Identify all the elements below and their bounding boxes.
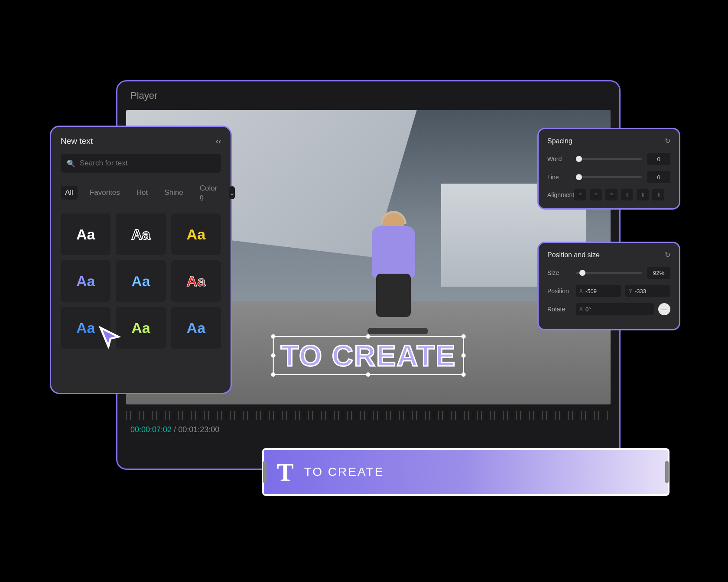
reset-icon[interactable]: ↻ (665, 251, 670, 259)
style-grid: Aa Aa Aa Aa Aa Aa Aa Aa Aa (61, 213, 221, 349)
tab-shine[interactable]: Shine (160, 186, 187, 200)
cursor-icon (98, 325, 121, 349)
position-x-input[interactable]: X-509 (576, 285, 621, 297)
tab-favorites[interactable]: Favorites (85, 186, 124, 200)
align-left-icon[interactable]: ≡ (574, 189, 586, 200)
word-value[interactable]: 0 (647, 153, 670, 165)
align-top-icon[interactable]: ⫴ (621, 189, 633, 200)
resize-handle-mr[interactable] (461, 353, 465, 358)
resize-handle-br[interactable] (461, 372, 465, 377)
tab-hot[interactable]: Hot (132, 186, 152, 200)
position-y-input[interactable]: Y-333 (625, 285, 670, 297)
style-6[interactable]: Aa (171, 260, 221, 302)
word-slider[interactable] (576, 158, 642, 160)
resize-handle-tc[interactable] (366, 334, 370, 339)
style-2[interactable]: Aa (116, 213, 166, 255)
style-3[interactable]: Aa (171, 213, 221, 255)
size-slider[interactable] (576, 272, 642, 274)
text-icon: T (277, 458, 294, 487)
line-label: Line (547, 174, 571, 181)
timeline-text-clip[interactable]: T TO CREATE (262, 448, 670, 496)
timeline-time: 00:00:07:02 / 00:01:23:00 (117, 422, 619, 438)
search-icon: 🔍 (67, 159, 75, 168)
style-5[interactable]: Aa (116, 260, 166, 302)
tabs-more-icon[interactable]: ⌄ (229, 186, 235, 199)
line-value[interactable]: 0 (647, 171, 670, 183)
line-slider[interactable] (576, 176, 642, 178)
rotate-label: Rotate (547, 306, 571, 313)
clip-handle-right[interactable] (665, 461, 669, 483)
align-bottom-icon[interactable]: ⫴ (652, 189, 664, 200)
text-styles-panel: New text ‹‹ 🔍 All Favorites Hot Shine Co… (50, 126, 232, 394)
timeline-ruler[interactable] (126, 411, 611, 420)
clip-handle-left[interactable] (263, 461, 266, 483)
time-current: 00:00:07:02 (130, 425, 172, 434)
size-label: Size (547, 269, 571, 276)
position-title: Position and size (547, 251, 600, 259)
style-1[interactable]: Aa (61, 213, 110, 255)
resize-handle-bl[interactable] (271, 372, 276, 377)
search-box[interactable]: 🔍 (61, 154, 221, 173)
style-9[interactable]: Aa (171, 307, 221, 349)
spacing-panel: Spacing ↻ Word 0 Line 0 Alignment ≡ ≡ ≡ … (537, 128, 680, 210)
spacing-title: Spacing (547, 137, 572, 145)
player-title: Player (117, 81, 619, 110)
text-overlay-selection[interactable]: TO CREATE (270, 333, 468, 378)
style-4[interactable]: Aa (61, 260, 110, 302)
tab-color[interactable]: Color g (195, 181, 222, 204)
rotate-button[interactable]: — (658, 303, 670, 315)
align-label: Alignment (547, 191, 571, 198)
position-label: Position (547, 288, 571, 294)
position-panel: Position and size ↻ Size 92% Position X-… (537, 242, 680, 330)
resize-handle-bc[interactable] (366, 372, 370, 377)
align-center-icon[interactable]: ≡ (590, 189, 602, 200)
tab-all[interactable]: All (61, 186, 78, 200)
align-right-icon[interactable]: ≡ (605, 189, 618, 200)
resize-handle-ml[interactable] (271, 353, 276, 358)
size-value[interactable]: 92% (647, 267, 670, 279)
reset-icon[interactable]: ↻ (665, 137, 670, 145)
resize-handle-tr[interactable] (461, 334, 465, 339)
resize-handle-tl[interactable] (271, 334, 276, 339)
collapse-icon[interactable]: ‹‹ (216, 137, 221, 146)
panel-title: New text (61, 136, 93, 146)
clip-text: TO CREATE (304, 465, 384, 479)
style-8[interactable]: Aa (116, 307, 166, 349)
search-input[interactable] (80, 159, 215, 168)
overlay-text[interactable]: TO CREATE (276, 339, 462, 372)
align-middle-icon[interactable]: ⫴ (637, 189, 649, 200)
rotate-x-input[interactable]: X0° (576, 303, 654, 315)
time-total: / 00:01:23:00 (174, 425, 219, 434)
word-label: Word (547, 155, 571, 162)
tabs: All Favorites Hot Shine Color g ⌄ (61, 181, 221, 204)
